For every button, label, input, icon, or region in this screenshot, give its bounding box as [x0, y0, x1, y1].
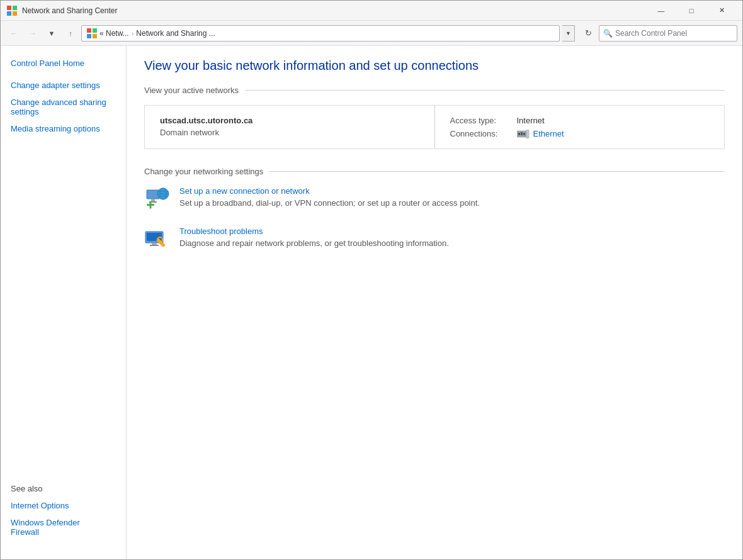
active-networks-header: View your active networks — [144, 86, 725, 95]
troubleshoot-desc: Diagnose and repair network problems, or… — [179, 238, 449, 248]
svg-rect-26 — [150, 245, 159, 246]
svg-rect-1 — [13, 6, 17, 10]
svg-rect-22 — [150, 201, 152, 209]
setup-connection-item: Set up a new connection or network Set u… — [144, 186, 725, 211]
control-panel-home-link[interactable]: Control Panel Home — [1, 56, 126, 70]
setup-connection-icon — [144, 186, 169, 211]
main-layout: Control Panel Home Change adapter settin… — [1, 46, 742, 559]
minimize-button[interactable]: — — [647, 1, 676, 20]
active-networks-label: View your active networks — [144, 86, 239, 95]
forward-button[interactable]: → — [25, 25, 41, 42]
access-type-row: Access type: Internet — [450, 116, 710, 125]
svg-rect-5 — [93, 28, 97, 33]
troubleshoot-icon — [144, 227, 169, 252]
title-bar: Network and Sharing Center — □ ✕ — [1, 1, 742, 21]
svg-rect-6 — [87, 34, 91, 38]
troubleshoot-link[interactable]: Troubleshoot problems — [179, 227, 449, 236]
breadcrumb-icon — [87, 28, 97, 38]
network-info-box: utscad.utsc.utoronto.ca Domain network A… — [144, 105, 725, 149]
networking-settings-divider — [269, 171, 725, 172]
troubleshoot-item: Troubleshoot problems Diagnose and repai… — [144, 227, 725, 252]
ethernet-link[interactable]: Ethernet — [517, 129, 564, 138]
svg-rect-12 — [526, 130, 529, 138]
network-left: utscad.utsc.utoronto.ca Domain network — [145, 106, 435, 148]
network-name: utscad.utsc.utoronto.ca — [160, 116, 419, 125]
breadcrumb-part2: Network and Sharing ... — [136, 29, 215, 38]
network-type: Domain network — [160, 128, 419, 137]
active-networks-divider — [245, 90, 725, 91]
networking-settings-label: Change your networking settings — [144, 167, 263, 176]
sidebar: Control Panel Home Change adapter settin… — [1, 46, 127, 559]
windows-firewall-link[interactable]: Windows Defender Firewall — [11, 515, 116, 539]
svg-rect-7 — [93, 34, 97, 38]
maximize-button[interactable]: □ — [677, 1, 706, 20]
breadcrumb-part1: « Netw... — [99, 29, 129, 38]
window-title: Network and Sharing Center — [22, 6, 117, 15]
svg-rect-14 — [151, 199, 155, 201]
sidebar-bottom: See also Internet Options Windows Defend… — [1, 484, 126, 549]
search-box: 🔍 — [599, 25, 737, 42]
address-bar: ← → ▼ ↑ « Netw... › Network and Sharing … — [1, 21, 742, 46]
change-adapter-settings-link[interactable]: Change adapter settings — [1, 78, 126, 92]
svg-rect-11 — [523, 133, 525, 135]
address-dropdown-button[interactable]: ▼ — [562, 25, 575, 42]
connections-label: Connections: — [450, 129, 513, 138]
back-button[interactable]: ← — [6, 25, 22, 42]
main-window: Network and Sharing Center — □ ✕ ← → ▼ ↑… — [0, 0, 743, 560]
address-input[interactable]: « Netw... › Network and Sharing ... — [81, 25, 560, 42]
network-right: Access type: Internet Connections: — [435, 106, 725, 148]
close-button[interactable]: ✕ — [707, 1, 736, 20]
setup-connection-text: Set up a new connection or network Set u… — [179, 186, 480, 208]
search-input[interactable] — [615, 29, 733, 38]
content-area: View your basic network information and … — [127, 46, 742, 559]
setup-connection-desc: Set up a broadband, dial-up, or VPN conn… — [179, 198, 480, 208]
svg-rect-3 — [13, 11, 17, 16]
ethernet-icon — [517, 130, 531, 138]
svg-rect-2 — [7, 11, 11, 16]
svg-rect-25 — [152, 243, 157, 245]
access-type-label: Access type: — [450, 116, 513, 125]
media-streaming-options-link[interactable]: Media streaming options — [1, 121, 126, 136]
breadcrumb: « Netw... › Network and Sharing ... — [87, 28, 554, 38]
breadcrumb-separator: › — [132, 30, 134, 37]
see-also-label: See also — [11, 484, 116, 493]
svg-rect-10 — [521, 132, 523, 135]
search-icon: 🔍 — [603, 29, 613, 38]
up-button[interactable]: ↑ — [62, 25, 79, 42]
networking-settings-header: Change your networking settings — [144, 167, 725, 176]
internet-options-link[interactable]: Internet Options — [11, 498, 116, 513]
app-icon — [7, 6, 17, 16]
window-controls: — □ ✕ — [647, 1, 736, 20]
svg-rect-4 — [87, 28, 91, 33]
svg-rect-0 — [7, 6, 11, 10]
connections-row: Connections: Ethernet — [450, 129, 710, 138]
troubleshoot-text: Troubleshoot problems Diagnose and repai… — [179, 227, 449, 248]
sidebar-top: Control Panel Home Change adapter settin… — [1, 56, 126, 136]
troubleshoot-icon-container — [144, 227, 169, 252]
access-type-value: Internet — [517, 116, 545, 125]
svg-rect-9 — [518, 133, 520, 135]
setup-connection-link[interactable]: Set up a new connection or network — [179, 186, 480, 196]
title-bar-left: Network and Sharing Center — [7, 6, 117, 16]
ethernet-label: Ethernet — [533, 129, 564, 138]
refresh-button[interactable]: ↻ — [580, 25, 596, 42]
change-advanced-sharing-link[interactable]: Change advanced sharing settings — [1, 95, 126, 119]
network-setup-icon — [144, 186, 169, 211]
recent-pages-button[interactable]: ▼ — [43, 25, 60, 42]
page-title: View your basic network information and … — [144, 59, 725, 73]
